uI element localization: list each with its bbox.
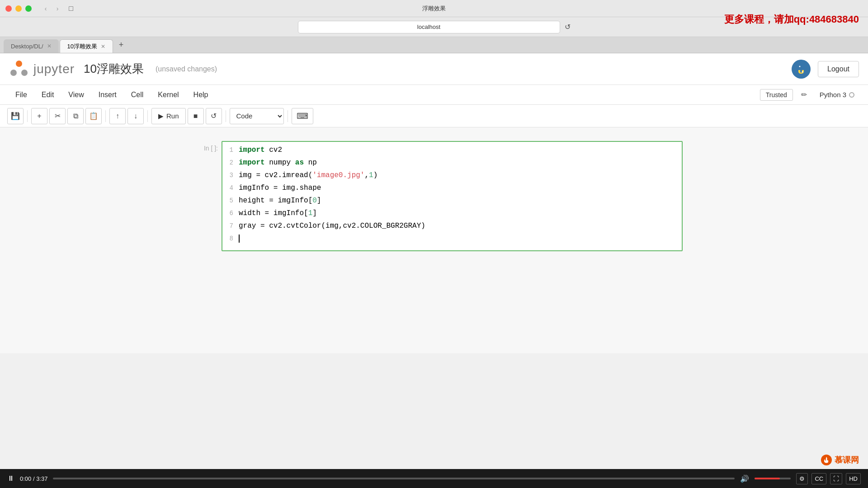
line-number: 1 — [222, 146, 239, 154]
kernel-name: Python 3 — [820, 91, 846, 99]
header-right: Logout — [792, 60, 859, 79]
notebook-title[interactable]: 10浮雕效果 — [84, 61, 144, 77]
line-number: 3 — [222, 172, 239, 179]
close-button[interactable] — [5, 5, 12, 12]
tab-label: Desktop/DL/ — [11, 43, 43, 50]
back-button[interactable]: ‹ — [41, 4, 51, 14]
menu-help[interactable]: Help — [187, 88, 215, 102]
menu-cell[interactable]: Cell — [125, 88, 150, 102]
tabs: Desktop/DL/ ✕ 10浮雕效果 ✕ + — [0, 37, 868, 53]
move-up-button[interactable]: ↑ — [109, 108, 126, 124]
cell-type-select[interactable]: Code — [230, 108, 284, 124]
code-area[interactable]: 1 import cv2 2 import numpy as np 3 img … — [222, 142, 682, 250]
line-number: 4 — [222, 184, 239, 192]
fullscreen-button[interactable]: ⛶ — [830, 473, 842, 484]
separator — [27, 110, 28, 122]
line-number: 6 — [222, 210, 239, 217]
mooc-icon — [821, 455, 832, 465]
svg-point-1 — [10, 70, 17, 76]
line-number: 5 — [222, 197, 239, 204]
time-display: 0:00 / 3:37 — [20, 475, 47, 482]
code-line-7: 7 gray = cv2.cvtColor(img,cv2.COLOR_BGR2… — [222, 221, 682, 234]
cell-container: In [ ]: 1 import cv2 2 import numpy as n… — [185, 141, 683, 251]
svg-point-2 — [21, 70, 28, 76]
tab-close-active[interactable]: ✕ — [101, 43, 105, 50]
jupyter-text: jupyter — [33, 62, 75, 76]
main-content: In [ ]: 1 import cv2 2 import numpy as n… — [0, 127, 868, 353]
play-pause-button[interactable]: ⏸ — [7, 474, 14, 483]
menu-edit[interactable]: Edit — [35, 88, 61, 102]
jupyter-header: jupyter 10浮雕效果 (unsaved changes) Logout — [0, 53, 868, 85]
code-content: imgInfo = img.shape — [239, 184, 321, 192]
volume-bar[interactable] — [755, 478, 791, 479]
refresh-button[interactable]: ↺ — [565, 23, 571, 31]
progress-bar[interactable] — [53, 478, 735, 479]
minimize-button[interactable] — [15, 5, 22, 12]
code-content — [239, 235, 240, 243]
separator-4 — [226, 110, 226, 122]
url-input[interactable]: localhost — [298, 21, 560, 33]
line-number: 7 — [222, 222, 239, 230]
cell-label: In [ ]: — [204, 145, 218, 152]
edit-icon[interactable]: ✏ — [797, 89, 811, 101]
line-number: 8 — [222, 235, 239, 242]
hd-button[interactable]: HD — [846, 473, 861, 484]
flame-icon — [822, 456, 830, 464]
trusted-badge[interactable]: Trusted — [760, 89, 793, 101]
jupyter-logo: jupyter — [9, 59, 75, 79]
code-content: import numpy as np — [239, 159, 317, 167]
add-tab-button[interactable]: + — [116, 40, 127, 51]
time-total: 3:37 — [36, 475, 47, 482]
code-line-1: 1 import cv2 — [222, 145, 682, 158]
svg-point-3 — [799, 66, 801, 67]
cut-button[interactable]: ✂ — [49, 108, 66, 124]
code-content: height = imgInfo[0] — [239, 197, 321, 205]
caption-button[interactable]: CC — [811, 473, 826, 484]
unsaved-indicator: (unsaved changes) — [156, 65, 217, 73]
keyboard-shortcut-button[interactable]: ⌨ — [292, 108, 313, 124]
toolbar: 💾 + ✂ ⧉ 📋 ↑ ↓ ▶ Run ■ ↺ Code ⌨ — [0, 105, 868, 127]
sidebar-toggle[interactable]: □ — [66, 4, 76, 14]
python-logo — [795, 63, 807, 75]
add-cell-button[interactable]: + — [31, 108, 47, 124]
menubar: File Edit View Insert Cell Kernel Help T… — [0, 85, 868, 105]
mooc-watermark: 慕课网 — [821, 455, 859, 465]
menu-insert[interactable]: Insert — [92, 88, 123, 102]
line-number: 2 — [222, 159, 239, 166]
maximize-button[interactable] — [25, 5, 32, 12]
code-cell[interactable]: 1 import cv2 2 import numpy as np 3 img … — [222, 141, 683, 251]
save-button[interactable]: 💾 — [7, 108, 24, 124]
menu-kernel[interactable]: Kernel — [151, 88, 185, 102]
jupyter-logo-icon — [9, 59, 29, 79]
time-current: 0:00 — [20, 475, 31, 482]
code-content: import cv2 — [239, 146, 282, 154]
tab-desktop[interactable]: Desktop/DL/ ✕ — [4, 39, 59, 53]
svg-point-4 — [802, 71, 803, 72]
copy-button[interactable]: ⧉ — [67, 108, 84, 124]
menu-file[interactable]: File — [9, 88, 33, 102]
logout-button[interactable]: Logout — [818, 61, 859, 77]
cell-sidebar: In [ ]: — [185, 141, 222, 251]
stop-button[interactable]: ■ — [188, 108, 204, 124]
tab-close[interactable]: ✕ — [47, 43, 52, 49]
menu-view[interactable]: View — [62, 88, 90, 102]
settings-button[interactable]: ⚙ — [796, 473, 808, 484]
run-button[interactable]: ▶ Run — [151, 108, 186, 124]
code-line-5: 5 height = imgInfo[0] — [222, 196, 682, 209]
watermark-area: 更多课程，请加qq:484683840 — [724, 13, 859, 26]
kernel-status-indicator — [849, 92, 854, 98]
paste-button[interactable]: 📋 — [85, 108, 102, 124]
move-down-button[interactable]: ↓ — [127, 108, 144, 124]
code-line-6: 6 width = imgInfo[1] — [222, 209, 682, 221]
code-line-4: 4 imgInfo = img.shape — [222, 183, 682, 196]
bottom-bar: ⏸ 0:00 / 3:37 🔊 ⚙ CC ⛶ HD — [0, 469, 868, 488]
kernel-info: Python 3 — [815, 89, 859, 100]
code-content: gray = cv2.cvtColor(img,cv2.COLOR_BGR2GR… — [239, 222, 425, 230]
code-line-2: 2 import numpy as np — [222, 158, 682, 171]
volume-icon[interactable]: 🔊 — [740, 474, 749, 483]
mooc-text: 慕课网 — [835, 455, 859, 465]
volume-fill — [755, 478, 780, 479]
tab-notebook[interactable]: 10浮雕效果 ✕ — [60, 39, 113, 53]
forward-button[interactable]: › — [52, 4, 62, 14]
restart-button[interactable]: ↺ — [206, 108, 222, 124]
